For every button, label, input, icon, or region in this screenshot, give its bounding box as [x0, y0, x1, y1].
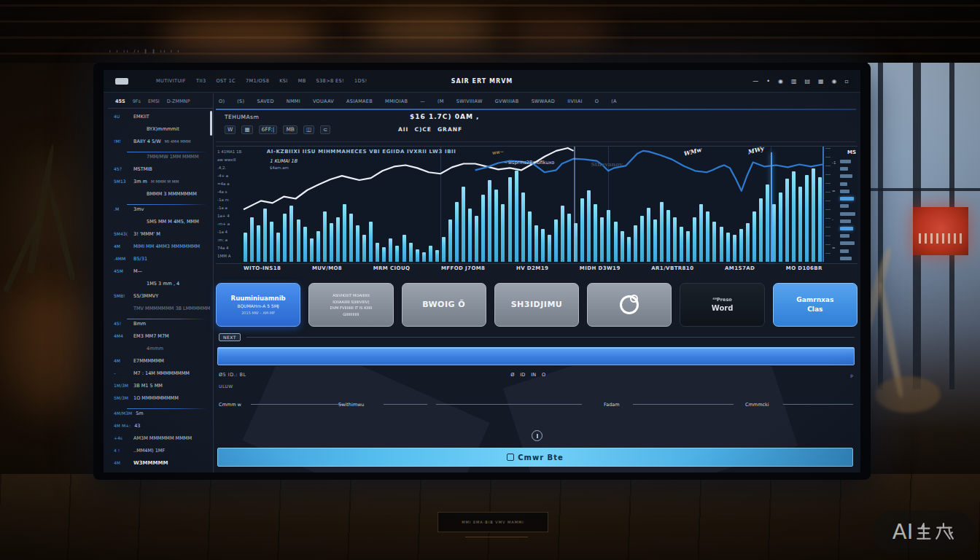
form-field-3[interactable] — [436, 395, 582, 405]
action-card-5[interactable] — [587, 283, 672, 327]
list-item[interactable]: 5M/3M1O MMMMMMMMM — [108, 395, 210, 408]
menu-item[interactable]: SWIVIIIAW — [456, 98, 483, 104]
action-card-2[interactable]: ASIVIKIIIIT MOAIIIIIIIIOIIAAIIIII S)IIII… — [308, 283, 393, 327]
range-button[interactable]: AII — [398, 126, 408, 133]
next-chip[interactable]: NEXT — [219, 333, 241, 341]
action-card-6[interactable]: ⁴⁹PresoWord — [680, 283, 764, 327]
titlebar-menu-item[interactable]: MB — [298, 78, 306, 84]
list-item[interactable]: +4sAM3M MMMMMM MMMM — [108, 435, 210, 448]
titlebar-menu-item[interactable]: OST 1C — [217, 78, 236, 84]
list-item[interactable]: 5M5 MM M 4M5, MMM — [108, 219, 210, 231]
titlebar-menu-item[interactable]: 7M1/OS8 — [246, 78, 269, 84]
primary-action-button[interactable]: Cmwr Bte — [217, 448, 853, 467]
menu-item[interactable]: SAVED — [257, 98, 273, 104]
list-item[interactable]: BMMM 3 MMMMMMM — [108, 191, 210, 203]
sidebar-tab-3[interactable]: EMSI — [148, 98, 160, 104]
help-icon[interactable]: ◉ — [832, 78, 837, 85]
sidebar-tab-4[interactable]: D-ZMMNP — [167, 98, 190, 104]
price-chart[interactable]: 1 41MA1 1Baw wwe8.4,2.-4+ a=4a a-4a s-1a… — [216, 146, 858, 264]
menu-item[interactable]: GVWIIIAB — [495, 98, 519, 104]
menu-item[interactable]: MMIOIAB — [385, 98, 408, 104]
list-item[interactable]: 4UEMKIIT — [108, 114, 210, 126]
form-field-2[interactable]: Swithimwu — [338, 395, 427, 405]
menu-item[interactable]: (S) — [237, 98, 244, 104]
list-item[interactable]: 4MW3MMMMM — [108, 460, 210, 470]
menu-item[interactable]: VOUAAV — [313, 98, 334, 104]
record-icon[interactable]: ◉ — [778, 78, 783, 85]
app-logo-icon[interactable] — [115, 78, 128, 85]
form-field-5[interactable]: Cmmmcki — [745, 395, 853, 405]
list-item[interactable]: 45!Bmm — [108, 321, 210, 333]
form-header-icon[interactable]: Ø — [510, 372, 514, 378]
list-item[interactable]: 4 !..MM4M) 1MF — [108, 448, 210, 460]
list-item[interactable]: 45?MSTMIB — [108, 166, 210, 179]
list-item[interactable]: .4MMB5/31 — [108, 256, 210, 268]
action-card-7[interactable]: GamrnxasClas — [773, 283, 858, 327]
info-icon[interactable] — [532, 430, 542, 441]
list-item[interactable]: 5MB!S5/3MMVY — [108, 293, 210, 306]
list-item[interactable]: TMV MMMMMMM 3B LMMMMMM — [108, 306, 210, 318]
form-header-icon[interactable]: O — [542, 372, 545, 378]
list-item[interactable]: 45MM— — [108, 268, 210, 281]
field-underline[interactable] — [783, 404, 853, 405]
list-item[interactable]: 5M133m mM MMM M MM — [108, 179, 210, 191]
chart-tool-button[interactable]: ◫ — [303, 125, 314, 134]
status-dot-icon[interactable]: • — [766, 78, 770, 85]
list-item[interactable]: 7MM/MW 1MM MMMM — [108, 154, 210, 166]
list-item[interactable]: .M3mv — [108, 206, 210, 219]
action-card-4[interactable]: SH3IDJIMU — [494, 283, 579, 327]
list-item[interactable]: 4ME7MMMMMM — [108, 358, 210, 370]
list-item[interactable]: 4mmm — [108, 346, 210, 358]
menu-item[interactable]: (A — [611, 98, 617, 104]
range-button[interactable]: C)CE — [414, 126, 432, 133]
list-item[interactable]: 1M/3M3B M1 5 MM — [108, 383, 210, 395]
sidebar-tab-2[interactable]: 9Fs — [133, 98, 141, 104]
menu-item[interactable]: IIVIIAI — [567, 98, 583, 104]
field-underline[interactable] — [384, 404, 427, 405]
titlebar-menu-item[interactable]: TII3 — [196, 78, 206, 84]
field-underline[interactable] — [251, 404, 343, 405]
layers-icon[interactable]: ▥ — [791, 78, 797, 85]
list-item[interactable]: !M!BAIIY 4 5/WMI 4M4 MMM — [108, 139, 210, 151]
titlebar-menu-item[interactable]: 1DS! — [354, 78, 367, 84]
range-button[interactable]: GRANF — [438, 126, 462, 133]
titlebar-menu-item[interactable]: S38>8 ES! — [316, 78, 344, 84]
list-item[interactable]: 1M5 3 mm , 4 — [108, 281, 210, 293]
list-item[interactable]: BYX)mmmmit — [108, 126, 210, 139]
chart-tool-button[interactable]: MB — [283, 125, 298, 134]
window-minimize-icon[interactable]: — — [752, 78, 758, 85]
menu-item[interactable]: NMMI — [287, 98, 300, 104]
list-item[interactable]: –M7 : 14M MMMMMMMM — [108, 370, 210, 383]
menu-item[interactable]: O — [595, 98, 599, 104]
form-header-icon[interactable]: IN — [531, 372, 536, 378]
menu-item[interactable]: (M — [438, 98, 444, 104]
list-item[interactable]: 4M/M3M5m — [108, 411, 210, 423]
titlebar-menu-item[interactable]: MUTIVITUIF — [156, 78, 186, 84]
chart-tool-button[interactable]: W — [225, 125, 236, 134]
action-card-3[interactable]: BWOIG Ō — [402, 283, 486, 327]
menu-item[interactable]: O) — [219, 98, 225, 104]
titlebar-menu-item[interactable]: KSI — [279, 78, 288, 84]
chart-tool-button[interactable]: ▦ — [241, 125, 252, 134]
list-item[interactable]: 4M M+:43 — [108, 423, 210, 435]
list-item[interactable]: 4MMIMI MM 4MM3 MMMMMMM — [108, 244, 210, 256]
list-item[interactable]: 5M43(3! 'MMM' M — [108, 231, 210, 244]
menu-item[interactable]: SWWAAD — [532, 98, 556, 104]
field-underline[interactable] — [633, 404, 734, 405]
form-field-1[interactable]: Cmmm w — [219, 395, 343, 405]
chart-tool-button[interactable]: 6FF:| — [259, 125, 278, 134]
form-field-4[interactable]: Fadam — [604, 395, 734, 405]
menu-item[interactable]: — — [420, 98, 425, 104]
sidebar-scrollbar[interactable] — [210, 111, 212, 136]
menu-item[interactable]: ASIAMAEB — [346, 98, 373, 104]
stop-icon[interactable]: ▫ — [845, 78, 849, 85]
signal-bars-icon[interactable]: ▦ — [818, 78, 824, 85]
selection-bar[interactable] — [217, 347, 855, 365]
chart-tool-button[interactable]: ⊂ — [320, 125, 330, 134]
meter-icon[interactable]: ▤ — [804, 78, 810, 85]
sidebar-tab-1[interactable]: 45S — [115, 98, 125, 104]
form-header-icon[interactable]: ID — [520, 372, 525, 378]
field-underline[interactable] — [436, 404, 582, 405]
action-card-1[interactable]: RuuminiuamnibBQUMAHm-A 5 5MJ2015·MW – AM… — [216, 283, 300, 327]
list-item[interactable]: 4M4EM3 MM7 M7M — [108, 333, 210, 346]
